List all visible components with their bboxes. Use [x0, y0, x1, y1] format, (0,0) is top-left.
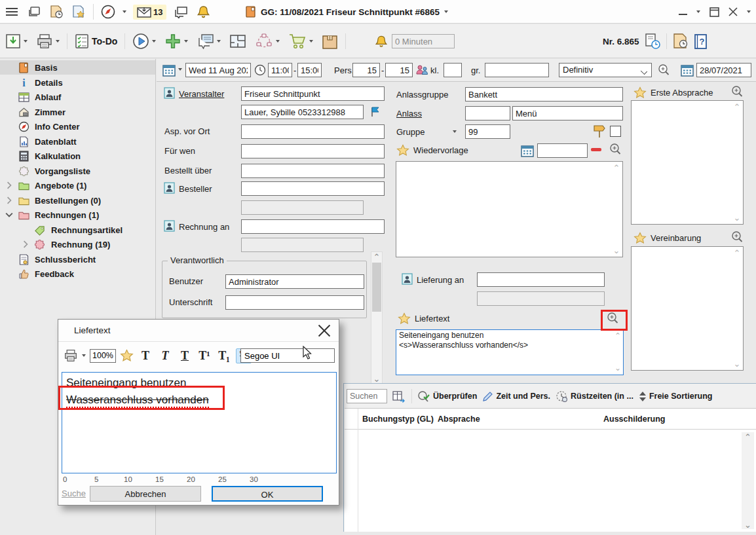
underline-button[interactable]: T — [177, 349, 193, 363]
sidebar-item-schlussbericht[interactable]: Schlussbericht — [0, 252, 155, 267]
form-scrollbar[interactable]: ⌃ ⌄ — [371, 251, 383, 384]
persons-to-field[interactable] — [385, 63, 413, 77]
free-sort-button[interactable]: Freie Sortierung — [639, 391, 713, 402]
import-button[interactable] — [4, 32, 29, 50]
veranstalter-field[interactable] — [241, 86, 385, 101]
sidebar-item-rechnungen[interactable]: Rechnungen (1) — [0, 208, 155, 222]
magnifier-plus-icon[interactable] — [609, 143, 622, 156]
bestellt-field[interactable] — [241, 164, 385, 178]
vereinbarung-textarea[interactable]: ⌃⌄ — [631, 246, 744, 371]
seating-dropdown-caret[interactable] — [276, 40, 280, 43]
anlass-code-field[interactable] — [465, 106, 510, 120]
star-icon[interactable] — [396, 144, 409, 157]
sidebar-item-details[interactable]: i Details — [0, 75, 155, 90]
chat-icon[interactable] — [173, 4, 189, 20]
gruppe-field[interactable] — [465, 124, 510, 139]
kl-field[interactable] — [444, 63, 462, 77]
time-from-field[interactable] — [268, 63, 292, 77]
lieferungan-field[interactable] — [477, 272, 605, 287]
todo-button[interactable]: To-Do — [73, 32, 119, 50]
sidebar-item-vorgangsliste[interactable]: Vorgangsliste — [0, 164, 155, 178]
calendar-dropdown-caret[interactable] — [178, 68, 182, 71]
gruppe-dropdown-caret[interactable] — [453, 130, 457, 133]
close-dropdown-caret[interactable] — [747, 10, 751, 13]
bell-icon[interactable] — [195, 4, 211, 20]
magnifier-plus-icon[interactable] — [657, 64, 670, 77]
besteller-contact-field[interactable] — [241, 200, 364, 215]
print-dropdown-caret[interactable] — [56, 40, 60, 43]
hamburger-menu-icon[interactable] — [4, 4, 20, 20]
comments-button[interactable] — [195, 32, 222, 50]
signpost-icon[interactable] — [593, 123, 606, 139]
start-process-button[interactable] — [131, 31, 157, 51]
calendar-icon[interactable] — [521, 144, 534, 157]
start-dropdown-caret[interactable] — [152, 40, 156, 43]
sidebar-item-angebote[interactable]: Angebote (1) — [0, 178, 155, 193]
erste-absprache-textarea[interactable]: ⌃⌄ — [631, 100, 744, 225]
unterschrift-field[interactable] — [225, 295, 364, 310]
setup-times-button[interactable]: Rüstzeiten (in ... — [556, 390, 633, 403]
help-icon[interactable]: ? — [694, 33, 708, 50]
reminder-bell-icon[interactable] — [375, 35, 387, 48]
import-dropdown-caret[interactable] — [24, 40, 28, 43]
column-header-buchungstyp[interactable]: Buchungstyp (GL) — [362, 415, 434, 424]
font-field[interactable] — [240, 348, 335, 363]
search-input[interactable] — [347, 389, 387, 403]
minimize-dropdown-caret[interactable] — [696, 10, 700, 13]
check-button[interactable]: Überprüfen — [417, 390, 477, 402]
created-date-field[interactable] — [696, 63, 751, 77]
table-export-icon[interactable] — [392, 390, 406, 403]
navigation-compass-icon[interactable] — [100, 4, 116, 20]
document-refresh-icon[interactable] — [645, 33, 661, 50]
table-scrollbar[interactable]: ⌃ ⌄ — [742, 432, 754, 529]
mail-badge[interactable]: 13 — [133, 5, 166, 20]
superscript-button[interactable]: T¹ — [197, 349, 212, 363]
sidebar-item-basis[interactable]: Basis — [0, 60, 155, 75]
restore-button[interactable] — [709, 7, 719, 17]
anlassgruppe-field[interactable] — [465, 87, 623, 101]
subscript-button[interactable]: T₁ — [216, 349, 232, 363]
add-button[interactable] — [163, 31, 189, 51]
asp-field[interactable] — [241, 124, 385, 139]
cancel-button[interactable]: Abbrechen — [90, 486, 201, 502]
calendar-icon[interactable] — [681, 64, 694, 77]
anlass-name-field[interactable] — [512, 106, 623, 120]
flag-icon[interactable] — [369, 106, 381, 118]
wiedervorlage-textarea[interactable]: ⌃⌄ — [396, 161, 623, 257]
print-button[interactable] — [35, 32, 61, 50]
contact-person-field[interactable] — [241, 105, 364, 119]
sidebar-item-datenblatt[interactable]: Datenblatt — [0, 134, 155, 149]
suche-link[interactable]: Suche — [62, 489, 86, 498]
rechnungan-field[interactable] — [241, 219, 385, 234]
besteller-field[interactable] — [241, 181, 385, 196]
comments-dropdown-caret[interactable] — [217, 40, 221, 43]
history-document-icon[interactable] — [672, 33, 689, 49]
column-header-absprache[interactable]: Absprache — [438, 415, 480, 424]
anlass-label[interactable]: Anlass — [396, 109, 422, 119]
time-persons-button[interactable]: Zeit und Pers. — [482, 391, 550, 402]
floorplan-button[interactable] — [228, 32, 248, 50]
sidebar-item-feedback[interactable]: Feedback — [0, 267, 155, 281]
seating-diagram-button[interactable] — [254, 31, 281, 51]
document-favorite-icon[interactable] — [71, 4, 86, 20]
bookings-table[interactable]: Buchungstyp (GL) Absprache Ausschilderun… — [345, 408, 756, 532]
reminder-minutes-field[interactable] — [392, 34, 455, 48]
fuerwen-field[interactable] — [241, 144, 385, 158]
cart-button[interactable] — [287, 31, 314, 51]
rechnungan-contact-field[interactable] — [241, 238, 364, 252]
windows-cascade-icon[interactable] — [26, 4, 42, 20]
sidebar-item-rechnung[interactable]: Rechnung (19) — [0, 237, 155, 251]
persons-from-field[interactable] — [352, 63, 380, 77]
sidebar-item-ablauf[interactable]: Ablauf — [0, 90, 155, 104]
star-icon[interactable] — [398, 312, 411, 325]
sidebar-item-info-center[interactable]: Info Center — [0, 119, 155, 134]
document-history-icon[interactable] — [48, 4, 64, 20]
minimize-button[interactable] — [679, 9, 687, 15]
lieferungan-contact-field[interactable] — [477, 291, 605, 306]
liefertext-inline-box[interactable]: Seiteneingang benutzen <s>Wasseranschlus… — [396, 329, 624, 375]
veranstalter-label[interactable]: Veranstalter — [179, 89, 224, 99]
gr-field[interactable] — [485, 63, 549, 77]
flag-checkbox[interactable] — [610, 126, 621, 137]
add-dropdown-caret[interactable] — [184, 40, 188, 43]
close-button[interactable] — [728, 7, 738, 16]
